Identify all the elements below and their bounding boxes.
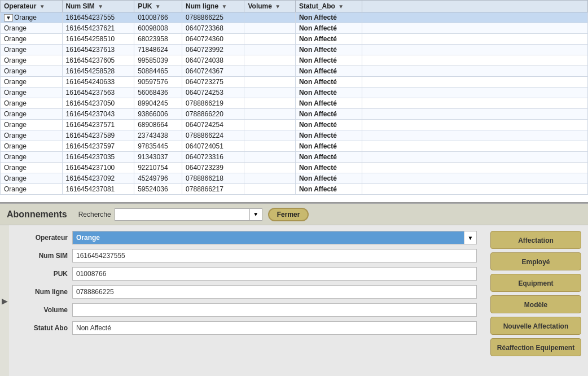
col-header-puk[interactable]: PUK ▼	[134, 1, 182, 12]
action-btn-employe[interactable]: Employé	[490, 252, 581, 270]
cell-puk: 91343037	[134, 152, 182, 163]
fermer-button[interactable]: Fermer	[268, 208, 309, 221]
recherche-dropdown-arrow[interactable]: ▼	[250, 208, 262, 221]
cell-volume	[244, 163, 295, 173]
cell-extra	[362, 130, 588, 141]
cell-num-sim: 1616454240633	[62, 77, 134, 88]
cell-operateur: Orange	[1, 45, 63, 55]
action-btn-reaffection_equipement[interactable]: Réaffection Equipement	[490, 338, 581, 356]
panel-expand-arrow[interactable]: ▶	[0, 225, 9, 376]
cell-extra	[362, 120, 588, 130]
cell-extra	[362, 77, 588, 88]
table-row[interactable]: ▼Orange1616454237555010087660788866225No…	[1, 12, 588, 23]
cell-volume	[244, 23, 295, 34]
table-row[interactable]: Orange1616454237035913430370640723316Non…	[1, 152, 588, 163]
cell-puk: 50884465	[134, 66, 182, 77]
panel-title: Abonnements	[7, 209, 67, 220]
cell-operateur: Orange	[1, 141, 63, 152]
cell-operateur: Orange	[1, 130, 63, 141]
table-row[interactable]: Orange1616454237605995850390640724038Non…	[1, 55, 588, 66]
cell-volume	[244, 130, 295, 141]
cell-volume	[244, 88, 295, 98]
form-row-volume: Volume	[16, 303, 477, 317]
sort-arrow-num-sim: ▼	[98, 3, 103, 10]
operateur-dropdown-arrow[interactable]: ▼	[464, 231, 477, 244]
cell-extra	[362, 66, 588, 77]
cell-num-sim: 1616454258510	[62, 34, 134, 45]
operateur-input[interactable]	[72, 231, 464, 244]
cell-volume	[244, 109, 295, 120]
sort-arrow-operateur: ▼	[40, 3, 45, 10]
cell-num-sim: 1616454258528	[62, 66, 134, 77]
action-btn-modele[interactable]: Modèle	[490, 295, 581, 313]
cell-extra	[362, 34, 588, 45]
table-row[interactable]: Orange1616454237563560684360640724253Non…	[1, 88, 588, 98]
operateur-label: Operateur	[16, 234, 72, 242]
col-header-volume[interactable]: Volume ▼	[244, 1, 295, 12]
cell-extra	[362, 109, 588, 120]
cell-statut-abo: Non Affecté	[295, 120, 362, 130]
cell-num-ligne: 0788866225	[182, 12, 244, 23]
table-row[interactable]: Orange1616454237613718486240640723992Non…	[1, 45, 588, 55]
cell-volume	[244, 34, 295, 45]
cell-extra	[362, 45, 588, 55]
col-header-operateur[interactable]: Operateur ▼	[1, 1, 63, 12]
cell-num-ligne: 0788866220	[182, 109, 244, 120]
cell-statut-abo: Non Affecté	[295, 130, 362, 141]
cell-puk: 93866006	[134, 109, 182, 120]
cell-statut-abo: Non Affecté	[295, 98, 362, 109]
table-row[interactable]: Orange1616454237081595240360788866217Non…	[1, 184, 588, 195]
table-row[interactable]: Orange1616454237100922107540640723239Non…	[1, 163, 588, 173]
table-row[interactable]: Orange1616454240633905975760640723275Non…	[1, 77, 588, 88]
num-sim-input[interactable]	[72, 249, 477, 263]
table-row[interactable]: Orange1616454237050899042450788866219Non…	[1, 98, 588, 109]
cell-puk: 68908664	[134, 120, 182, 130]
table-row[interactable]: Orange1616454237621600980080640723368Non…	[1, 23, 588, 34]
sort-arrow-num-ligne: ▼	[221, 3, 227, 10]
form-row-statut-abo: Statut Abo	[16, 321, 477, 335]
cell-extra	[362, 23, 588, 34]
cell-num-sim: 1616454237035	[62, 152, 134, 163]
cell-statut-abo: Non Affecté	[295, 109, 362, 120]
cell-puk: 92210754	[134, 163, 182, 173]
col-header-num-ligne[interactable]: Num ligne ▼	[182, 1, 244, 12]
sort-arrow-volume: ▼	[275, 3, 280, 10]
panel-header: Abonnements Recherche ▼ Fermer	[0, 204, 588, 225]
action-btn-equipment[interactable]: Equipment	[490, 274, 581, 292]
volume-input[interactable]	[72, 303, 477, 317]
cell-num-ligne: 0640724367	[182, 66, 244, 77]
action-btn-affectation[interactable]: Affectation	[490, 231, 581, 249]
cell-volume	[244, 173, 295, 184]
form-row-num-ligne: Num ligne	[16, 285, 477, 299]
cell-num-sim: 1616454237613	[62, 45, 134, 55]
form-area: Operateur ▼ Num SIM PUK Num ligne	[9, 225, 484, 376]
cell-operateur: Orange	[1, 88, 63, 98]
cell-statut-abo: Non Affecté	[295, 152, 362, 163]
bottom-panel: Abonnements Recherche ▼ Fermer ▶ Operate…	[0, 203, 588, 376]
cell-num-ligne: 0640723368	[182, 23, 244, 34]
cell-extra	[362, 141, 588, 152]
recherche-input[interactable]	[115, 208, 250, 221]
cell-num-ligne: 0788866219	[182, 98, 244, 109]
statut-abo-input[interactable]	[72, 321, 477, 335]
table-row[interactable]: Orange1616454258510680239580640724360Non…	[1, 34, 588, 45]
cell-statut-abo: Non Affecté	[295, 184, 362, 195]
table-row[interactable]: Orange1616454237092452497960788866218Non…	[1, 173, 588, 184]
cell-statut-abo: Non Affecté	[295, 163, 362, 173]
cell-extra	[362, 98, 588, 109]
cell-volume	[244, 12, 295, 23]
num-ligne-input[interactable]	[72, 285, 477, 299]
table-row[interactable]: Orange1616454237571689086640640724254Non…	[1, 120, 588, 130]
table-row[interactable]: Orange1616454237043938660060788866220Non…	[1, 109, 588, 120]
col-header-num-sim[interactable]: Num SIM ▼	[62, 1, 134, 12]
cell-volume	[244, 55, 295, 66]
num-sim-label: Num SIM	[16, 252, 72, 260]
col-header-statut-abo[interactable]: Statut_Abo ▼	[295, 1, 362, 12]
action-btn-nouvelle_affectation[interactable]: Nouvelle Affectation	[490, 317, 581, 335]
table-row[interactable]: Orange1616454258528508844650640724367Non…	[1, 66, 588, 77]
table-row[interactable]: Orange1616454237597978354450640724051Non…	[1, 141, 588, 152]
table-row[interactable]: Orange1616454237589237434380788866224Non…	[1, 130, 588, 141]
operateur-dd-button[interactable]: ▼	[4, 14, 13, 21]
puk-input[interactable]	[72, 267, 477, 281]
cell-num-sim: 1616454237081	[62, 184, 134, 195]
